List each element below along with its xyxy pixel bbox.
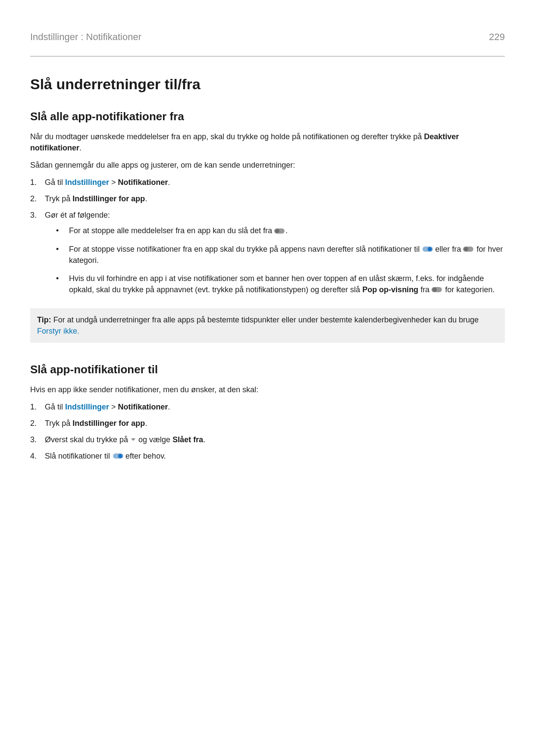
tip-text: For at undgå underretninger fra alle app… [51,316,479,324]
step-content: Tryk på Indstillinger for app. [45,193,505,204]
sub-bullets: For at stoppe alle meddelelser fra en ap… [45,225,505,295]
text: Gør ét af følgende: [45,211,110,219]
intro-on: Hvis en app ikke sender notifikationer, … [30,384,505,395]
text: . [145,419,147,428]
step-1: 1. Gå til Indstillinger > Notifikationer… [30,177,505,188]
text: > [109,178,118,187]
text: . [168,178,170,187]
toggle-off-icon [463,246,474,252]
step-4: 4. Slå notifikationer til efter behov. [30,450,505,462]
header-rule [30,56,505,56]
breadcrumb: Indstillinger : Notifikationer [30,30,141,44]
text: > [109,403,118,411]
step-1: 1. Gå til Indstillinger > Notifikationer… [30,401,505,412]
page-number: 229 [489,30,505,44]
text-bold: Notifikationer [118,403,168,411]
link-settings[interactable]: Indstillinger [65,403,109,411]
text: . [203,435,205,444]
text: Gå til [45,403,65,411]
step-content: Øverst skal du trykke på og vælge Slået … [45,434,505,445]
step-content: Gå til Indstillinger > Notifikationer. [45,177,505,188]
text-bold: Indstillinger for app [72,419,145,428]
tip-label: Tip: [37,316,51,324]
text-bold: Pop op-visning [362,285,418,294]
step-number: 1. [30,401,45,412]
intro-off: Når du modtager uønskede meddelelser fra… [30,131,505,153]
step-number: 2. [30,193,45,204]
toggle-off-icon [274,228,285,234]
text: Tryk på [45,419,72,428]
svg-point-5 [464,247,468,251]
step-number: 4. [30,450,45,462]
page-title: Slå underretninger til/fra [30,74,505,95]
text: For at stoppe alle meddelelser fra en ap… [69,226,274,235]
text: eller fra [433,245,463,253]
step-3: 3. Øverst skal du trykke på og vælge Slå… [30,434,505,445]
step-number: 3. [30,209,45,302]
step-2: 2. Tryk på Indstillinger for app. [30,418,505,429]
step-number: 1. [30,177,45,188]
link-settings[interactable]: Indstillinger [65,178,109,187]
step-number: 2. [30,418,45,429]
toggle-on-icon [422,246,433,252]
svg-point-3 [428,247,432,251]
text: for kategorien. [443,285,494,294]
step-number: 3. [30,434,45,445]
bullet-2: For at stoppe visse notifikationer fra e… [56,244,505,266]
bullet-1: For at stoppe alle meddelelser fra en ap… [56,225,505,236]
text: Når du modtager uønskede meddelelser fra… [30,132,424,141]
step-content: Slå notifikationer til efter behov. [45,450,505,462]
toggle-on-icon [112,453,123,459]
step-2: 2. Tryk på Indstillinger for app. [30,193,505,204]
tip-box: Tip: For at undgå underretninger fra all… [30,308,505,343]
text: Gå til [45,178,65,187]
step-content: Gå til Indstillinger > Notifikationer. [45,401,505,412]
text: og vælge [136,435,172,444]
section-heading-on: Slå app-notifikationer til [30,362,505,378]
dropdown-caret-icon [130,437,136,442]
text-bold: Indstillinger for app [72,194,145,203]
page-header: Indstillinger : Notifikationer 229 [30,30,505,44]
section-heading-off: Slå alle app-notifikationer fra [30,109,505,125]
text: efter behov. [123,452,166,460]
bullet-3: Hvis du vil forhindre en app i at vise n… [56,273,505,295]
step-3: 3. Gør ét af følgende: For at stoppe all… [30,209,505,302]
text: For at stoppe visse notifikationer fra e… [69,245,422,253]
text: . [79,144,81,152]
text: Øverst skal du trykke på [45,435,130,444]
review-line: Sådan gennemgår du alle apps og justerer… [30,159,505,171]
svg-point-9 [118,454,122,458]
svg-point-7 [432,287,437,292]
text: Slå notifikationer til [45,452,112,460]
text: fra [418,285,432,294]
steps-on: 1. Gå til Indstillinger > Notifikationer… [30,401,505,462]
step-content: Gør ét af følgende: For at stoppe alle m… [45,209,505,302]
toggle-off-icon [432,287,443,293]
text: . [168,403,170,411]
text-bold: Slået fra [172,435,203,444]
step-content: Tryk på Indstillinger for app. [45,418,505,429]
link-do-not-disturb[interactable]: Forstyr ikke. [37,327,79,335]
text: . [285,226,288,235]
text-bold: Notifikationer [118,178,168,187]
text: . [145,194,147,203]
svg-point-1 [275,229,279,233]
text: Tryk på [45,194,72,203]
steps-off: 1. Gå til Indstillinger > Notifikationer… [30,177,505,302]
